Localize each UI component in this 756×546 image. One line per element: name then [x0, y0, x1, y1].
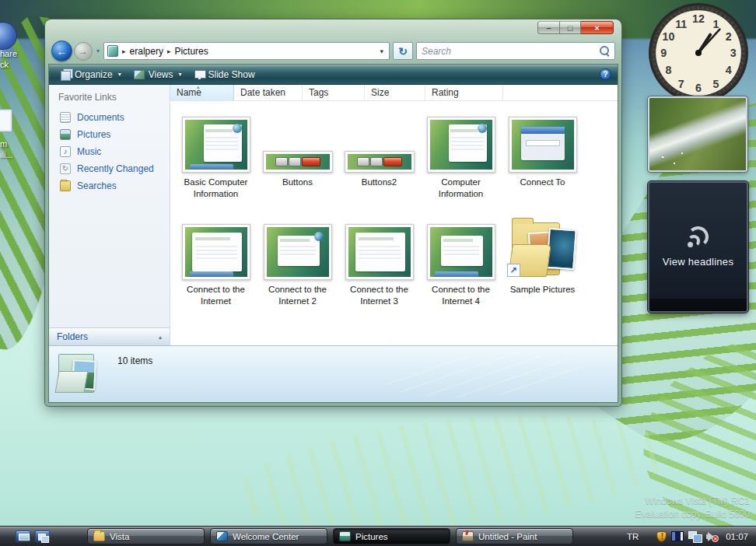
view-headlines-link[interactable]: View headlines: [663, 256, 733, 268]
back-button[interactable]: ←: [51, 40, 72, 61]
gadget-footer: [649, 299, 747, 311]
sidebar-item-pictures[interactable]: Pictures: [49, 126, 170, 143]
feed-headlines-gadget[interactable]: View headlines: [648, 181, 748, 313]
column-tags[interactable]: Tags: [303, 85, 365, 100]
display-icon[interactable]: [671, 531, 684, 541]
slide-show-icon: [194, 69, 205, 79]
rss-icon: [687, 226, 710, 248]
organize-icon: [61, 71, 71, 81]
pictures-icon: [60, 129, 71, 140]
file-item[interactable]: Connect to the Internet: [175, 218, 257, 306]
search-box[interactable]: [416, 42, 615, 60]
breadcrumb-bar[interactable]: ▸ eralpery ▸ Pictures ▾: [103, 42, 390, 60]
column-rating[interactable]: Rating: [425, 85, 503, 100]
screenshot-thumbnail: [264, 224, 332, 280]
volume-muted-icon[interactable]: ×: [706, 531, 719, 542]
svg-text:2: 2: [726, 30, 732, 43]
switch-windows-icon[interactable]: [35, 530, 50, 542]
system-tray: TR × 01:07: [627, 531, 756, 542]
recently-changed-icon: ↻: [60, 163, 71, 174]
slideshow-gadget[interactable]: [648, 96, 747, 172]
column-size[interactable]: Size: [365, 85, 425, 100]
pictures-icon: [339, 531, 351, 541]
column-date-taken[interactable]: Date taken: [234, 85, 303, 100]
desktop-icon-partial-1[interactable]: hare ck: [0, 48, 17, 71]
close-button[interactable]: ×: [581, 21, 614, 34]
navigation-pane: Favorite Links Documents Pictures ♪ Musi…: [49, 85, 170, 345]
views-button[interactable]: Views ▾: [128, 67, 187, 82]
taskbar-button-paint[interactable]: Untitled - Paint: [456, 528, 573, 544]
desktop-icon-label: hare: [0, 48, 17, 59]
sidebar-item-documents[interactable]: Documents: [49, 109, 170, 126]
desktop-icon-label: m: [0, 138, 13, 149]
paint-icon: [462, 531, 474, 541]
recent-pages-dropdown[interactable]: ▾: [96, 47, 100, 54]
shortcut-arrow-icon: ↗: [507, 264, 520, 277]
sidebar-item-searches[interactable]: Searches: [49, 177, 170, 194]
documents-icon: [60, 112, 71, 123]
document-icon: [0, 109, 12, 132]
taskbar-button-vista[interactable]: Vista: [87, 528, 205, 544]
breadcrumb-separator: ▸: [167, 47, 171, 55]
desktop: hare ck m ili... 12 1 2 3 4 5 6 7 8 9 1: [0, 0, 756, 546]
sidebar-item-recently-changed[interactable]: ↻ Recently Changed: [49, 160, 170, 177]
breadcrumb-user[interactable]: eralpery: [130, 46, 163, 57]
show-desktop-icon[interactable]: [16, 530, 30, 542]
help-button[interactable]: ?: [600, 68, 611, 80]
address-row: ← → ▾ ▸ eralpery ▸ Pictures ▾ ↻: [45, 38, 621, 64]
security-shield-icon[interactable]: [656, 531, 667, 542]
desktop-icon-partial-2[interactable]: m ili...: [0, 138, 13, 161]
taskbar-button-welcome-center[interactable]: Welcome Center: [210, 528, 327, 544]
svg-text:7: 7: [678, 78, 684, 90]
search-input[interactable]: [422, 46, 600, 57]
minimize-button[interactable]: –: [537, 21, 560, 34]
window-body: Organize ▾ Views ▾ Slide Show ? Favorite…: [48, 64, 618, 403]
network-icon[interactable]: [688, 531, 702, 542]
maximize-button[interactable]: □: [560, 21, 581, 34]
refresh-button[interactable]: ↻: [393, 42, 413, 60]
analog-clock: 12 1 2 3 4 5 6 7 8 9 10 11: [647, 2, 750, 104]
file-name: Connect To: [520, 177, 565, 188]
file-item[interactable]: Connect To: [502, 110, 583, 199]
file-item[interactable]: ↗ Sample Pictures: [502, 218, 583, 306]
file-name: Buttons: [282, 177, 313, 188]
screenshot-thumbnail: [509, 117, 577, 173]
quick-launch: [16, 530, 50, 542]
column-name[interactable]: Name ▴: [170, 85, 234, 100]
slide-show-button[interactable]: Slide Show: [189, 67, 261, 82]
taskbar-button-pictures[interactable]: Pictures: [333, 528, 450, 544]
forward-button[interactable]: →: [74, 42, 93, 61]
search-icon[interactable]: [600, 46, 610, 56]
music-icon: ♪: [60, 146, 71, 157]
address-dropdown[interactable]: ▾: [377, 47, 386, 55]
svg-text:8: 8: [665, 64, 671, 76]
file-item[interactable]: Connect to the Internet 3: [338, 218, 420, 306]
clock[interactable]: 01:07: [726, 532, 748, 541]
file-item[interactable]: Computer Information: [420, 110, 502, 199]
clock-gadget[interactable]: 12 1 2 3 4 5 6 7 8 9 10 11: [647, 2, 750, 104]
details-pane: 10 items: [49, 345, 618, 402]
column-headers: Name ▴ Date taken Tags Size Rating: [170, 85, 618, 101]
breadcrumb-separator: ▸: [122, 47, 126, 55]
breadcrumb-pictures[interactable]: Pictures: [174, 46, 208, 57]
svg-text:10: 10: [663, 30, 675, 43]
desktop-icon-label: ili...: [0, 149, 13, 160]
file-item[interactable]: Connect to the Internet 4: [420, 218, 502, 306]
folders-expander[interactable]: Folders ▴: [49, 327, 170, 345]
svg-text:12: 12: [692, 12, 705, 25]
screenshot-thumbnail: [345, 151, 415, 173]
file-item[interactable]: Basic Computer Information: [175, 110, 257, 199]
file-item[interactable]: Buttons: [257, 110, 338, 199]
file-list-area: Name ▴ Date taken Tags Size Rating: [170, 85, 618, 345]
sidebar-item-music[interactable]: ♪ Music: [49, 143, 170, 160]
file-item[interactable]: Connect to the Internet 2: [257, 218, 338, 306]
desktop-icon-label: ck: [0, 59, 17, 70]
views-icon: [134, 70, 145, 79]
svg-text:1: 1: [712, 18, 719, 30]
organize-button[interactable]: Organize ▾: [55, 66, 127, 83]
file-item[interactable]: Buttons2: [338, 110, 420, 199]
palm-frond-over-water: [229, 397, 674, 546]
titlebar[interactable]: – □ ×: [45, 19, 621, 38]
language-indicator[interactable]: TR: [627, 532, 639, 541]
screenshot-thumbnail: [427, 117, 495, 173]
